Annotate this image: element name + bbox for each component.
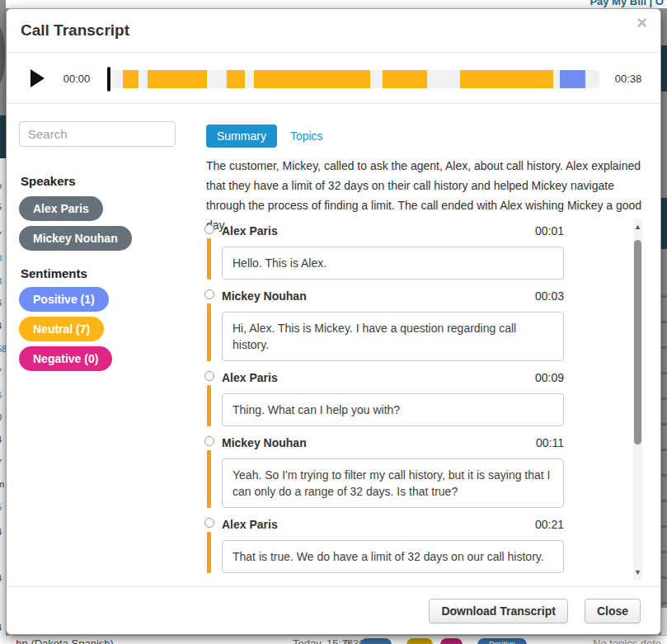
- call-transcript-modal: Call Transcript × 00:00 00:38 Speakers A…: [6, 8, 661, 635]
- tab-summary[interactable]: Summary: [206, 125, 277, 148]
- sentiment-filter-pill[interactable]: Negative (0): [19, 346, 112, 371]
- backdrop-digit: 7: [0, 458, 6, 468]
- sentiment-bar: [207, 238, 211, 280]
- play-icon: [31, 69, 45, 87]
- backdrop-digit: 4: [0, 574, 6, 583]
- utterance-timestamp: 00:11: [536, 436, 564, 449]
- speaker-name: Alex Paris: [222, 518, 278, 531]
- waveform-segment: [254, 70, 370, 88]
- modal-title: Call Transcript: [21, 21, 129, 40]
- speakers-heading: Speakers: [21, 174, 76, 188]
- transcript-entry: Mickey Nouhan00:11Yeah. So I'm trying to…: [204, 436, 649, 508]
- speaker-name: Alex Paris: [222, 371, 278, 384]
- sentiment-filter-pill[interactable]: Neutral (7): [19, 317, 104, 341]
- sentiment-bar: [207, 303, 211, 361]
- speaker-name: Mickey Nouhan: [222, 289, 307, 303]
- sentiment-bar: [207, 385, 211, 426]
- utterance-text-box[interactable]: Hello. This is Alex.: [222, 247, 564, 280]
- transcript-entry: Alex Paris00:01Hello. This is Alex.: [204, 224, 649, 280]
- transcript-entry: Mickey Nouhan00:03Hi, Alex. This is Mick…: [204, 289, 649, 361]
- sentiment-filter-pill[interactable]: Positive (1): [19, 287, 109, 312]
- backdrop-right-strip: [661, 8, 667, 644]
- backdrop-table-header-edge: [0, 115, 6, 158]
- scroll-up-icon[interactable]: ▲: [633, 221, 642, 233]
- waveform-segment: [383, 70, 427, 88]
- modal-body: Speakers Alex ParisMickey Nouhan Sentime…: [7, 104, 660, 586]
- backdrop-digit: 7: [0, 368, 6, 377]
- utterance-timestamp: 00:03: [535, 289, 564, 303]
- speaker-name: Mickey Nouhan: [222, 436, 307, 449]
- waveform-segment: [460, 70, 553, 88]
- backdrop-tag-chip: Positive: [477, 638, 527, 644]
- sentiment-bar: [207, 450, 211, 508]
- waveform-track[interactable]: [112, 70, 599, 88]
- backdrop-digit: 0: [0, 413, 6, 422]
- backdrop-digit: o: [0, 181, 6, 190]
- backdrop-top-strip: Pay My Bill | O: [6, 0, 667, 8]
- utterance-text-box[interactable]: Hi, Alex. This is Mickey. I have a quest…: [222, 312, 564, 361]
- speaker-filter-pill[interactable]: Mickey Nouhan: [19, 226, 132, 251]
- waveform-segment: [148, 70, 207, 88]
- utterance-timestamp: 00:01: [535, 224, 564, 237]
- backdrop-digit: 5: [0, 203, 6, 212]
- modal-footer: Download Transcript Close: [7, 586, 660, 634]
- backdrop-tag-chip: [406, 638, 433, 644]
- backdrop-bottom-row: -hp (Dakota Spanish) Today, 15:26 0:36 N…: [6, 635, 667, 644]
- timeline-marker-icon: [204, 436, 214, 446]
- speaker-filter-pill[interactable]: Alex Paris: [19, 196, 103, 221]
- speaker-name: Alex Paris: [222, 224, 278, 237]
- main-column: Summary Topics The customer, Mickey, cal…: [201, 104, 649, 586]
- sentiments-list: Positive (1)Neutral (7)Negative (0): [19, 287, 112, 371]
- backdrop-right-block-2: [661, 198, 667, 249]
- transcript-list: Alex Paris00:01Hello. This is Alex.Micke…: [201, 219, 649, 580]
- close-button[interactable]: Close: [585, 599, 641, 623]
- tab-topics[interactable]: Topics: [290, 129, 323, 143]
- total-time: 00:38: [608, 73, 648, 85]
- waveform-segment: [560, 70, 585, 88]
- backdrop-digit: 4: [0, 322, 6, 331]
- utterance-text-box[interactable]: That is true. We do have a limit of 32 d…: [222, 540, 564, 573]
- backdrop-left-strip: o5703645876047m5444: [0, 0, 6, 644]
- backdrop-digit: m: [0, 480, 6, 489]
- scroll-down-icon[interactable]: ▼: [633, 566, 642, 578]
- backdrop-right-row-edges: [661, 272, 667, 610]
- backdrop-tag-chip: [360, 638, 392, 644]
- scrollbar-thumb[interactable]: [634, 240, 641, 444]
- audio-player: 00:00 00:38: [7, 53, 660, 104]
- modal-header: Call Transcript ×: [7, 9, 660, 53]
- utterance-text-box[interactable]: Thing. What can I help you with?: [222, 393, 564, 426]
- backdrop-digit: 4: [0, 435, 6, 444]
- backdrop-digit: 4: [0, 528, 6, 537]
- search-input[interactable]: [19, 121, 176, 147]
- close-icon[interactable]: ×: [636, 14, 647, 32]
- tab-bar: Summary Topics: [206, 125, 323, 148]
- speakers-list: Alex ParisMickey Nouhan: [19, 196, 132, 251]
- backdrop-digit: 4: [0, 623, 6, 632]
- transcript-entry: Alex Paris00:09Thing. What can I help yo…: [204, 371, 649, 426]
- utterance-text-box[interactable]: Yeah. So I'm trying to filter my call hi…: [222, 458, 564, 508]
- sentiments-heading: Sentiments: [21, 266, 87, 280]
- download-transcript-button[interactable]: Download Transcript: [429, 599, 567, 623]
- sentiment-bar: [207, 532, 211, 573]
- backdrop-digit: 0: [0, 254, 6, 263]
- current-time: 00:00: [59, 73, 95, 85]
- play-button[interactable]: [31, 69, 45, 87]
- waveform-segment: [123, 70, 139, 88]
- transcript-scrollbar[interactable]: ▲ ▼: [633, 219, 642, 580]
- utterance-timestamp: 00:09: [535, 371, 564, 384]
- timeline-marker-icon: [204, 371, 214, 381]
- utterance-timestamp: 00:21: [535, 518, 564, 531]
- timeline-marker-icon: [204, 289, 214, 299]
- pay-my-bill-link[interactable]: Pay My Bill | O: [589, 0, 664, 7]
- backdrop-digit: 6: [0, 298, 6, 308]
- backdrop-call-name: -hp (Dakota Spanish): [12, 637, 114, 644]
- backdrop-right-block-1: [661, 45, 667, 92]
- playhead[interactable]: [107, 67, 110, 92]
- timeline-marker-icon: [204, 518, 214, 528]
- backdrop-digit: 58: [0, 345, 6, 354]
- timeline-marker-icon: [204, 224, 214, 234]
- backdrop-digit: 7: [0, 231, 6, 240]
- backdrop-digit: 5: [0, 503, 6, 512]
- backdrop-digit: 3: [0, 277, 6, 286]
- backdrop-digit: 6: [0, 391, 6, 400]
